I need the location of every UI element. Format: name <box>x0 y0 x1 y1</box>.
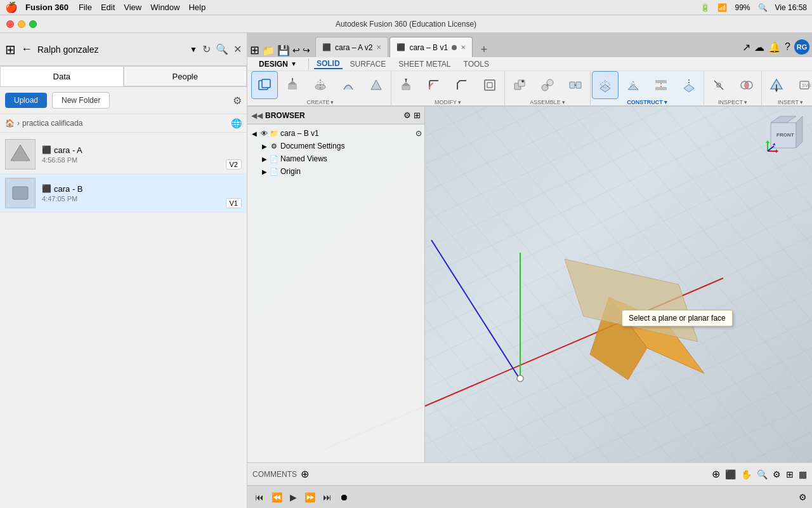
timeline-skip-start[interactable]: ⏮ <box>252 491 266 504</box>
chamfer-button[interactable] <box>449 71 475 99</box>
tab-surface[interactable]: SURFACE <box>345 60 391 69</box>
upload-button[interactable]: Upload <box>5 93 47 108</box>
redo-icon[interactable]: ↪ <box>303 45 310 55</box>
expand-doc-settings[interactable]: ▶ <box>260 143 269 150</box>
grid-toggle[interactable]: ⊞ <box>786 469 794 479</box>
tab-solid[interactable]: SOLID <box>314 59 343 69</box>
more-icon[interactable]: ⚙ <box>773 469 781 479</box>
zoom-icon[interactable]: 🔍 <box>757 469 768 479</box>
inspect-label[interactable]: INSPECT▾ <box>705 99 760 107</box>
user-avatar[interactable]: RG <box>794 39 809 55</box>
search-button[interactable]: 🔍 <box>216 43 228 55</box>
help-icon[interactable]: ? <box>785 41 790 53</box>
timeline-skip-end[interactable]: ⏭ <box>320 491 334 504</box>
tree-document-settings[interactable]: ▶ ⚙ Document Settings <box>247 140 424 152</box>
modify-label[interactable]: MODIFY▾ <box>393 99 503 107</box>
construct-label[interactable]: CONSTRUCT▾ <box>592 99 702 107</box>
tab-sheet-metal[interactable]: SHEET METAL <box>393 60 455 69</box>
tab-close-a[interactable]: ✕ <box>376 44 381 51</box>
insert-label[interactable]: INSERT▾ <box>763 99 812 107</box>
back-icon[interactable]: ← <box>21 43 32 56</box>
eye-icon[interactable]: 👁 <box>259 130 269 137</box>
file-version[interactable]: V2 <box>226 159 242 170</box>
tab-add-button[interactable]: + <box>476 42 492 57</box>
tab-tools[interactable]: TOOLS <box>459 60 494 69</box>
navigate-icon[interactable]: ⊕ <box>712 468 720 480</box>
tab-people[interactable]: People <box>124 66 247 86</box>
shell-button[interactable] <box>476 71 503 99</box>
minimize-button[interactable] <box>18 20 25 28</box>
save-icon[interactable]: 💾 <box>277 44 290 57</box>
interference-button[interactable] <box>733 71 760 99</box>
expand-named-views[interactable]: ▶ <box>260 156 269 163</box>
press-pull-button[interactable] <box>393 71 419 99</box>
menu-view[interactable]: View <box>124 3 141 12</box>
home-icon[interactable]: 🏠 <box>5 119 15 128</box>
folder-icon[interactable]: 📁 <box>262 44 275 57</box>
insert-mesh-button[interactable] <box>763 71 790 99</box>
browser-settings-icon[interactable]: ⚙ <box>403 110 411 120</box>
measure-button[interactable] <box>705 71 732 99</box>
undo-icon[interactable]: ↩ <box>292 45 300 55</box>
browser-expand-icon[interactable]: ⊞ <box>414 110 421 120</box>
file-version[interactable]: V1 <box>226 198 242 208</box>
search-icon[interactable]: 🔍 <box>758 3 768 12</box>
timeline-settings-icon[interactable]: ⚙ <box>799 492 807 502</box>
dropdown-icon[interactable]: ▼ <box>190 45 197 54</box>
menu-help[interactable]: Help <box>188 3 206 12</box>
tree-named-views[interactable]: ▶ 📄 Named Views <box>247 152 424 165</box>
loft-button[interactable] <box>363 71 390 99</box>
close-button[interactable] <box>6 20 14 28</box>
menu-edit[interactable]: Edit <box>101 3 115 12</box>
display-settings-icon[interactable]: ⬛ <box>725 469 736 479</box>
breadcrumb-label[interactable]: practica calificada <box>22 119 82 128</box>
offset-plane-button[interactable] <box>592 71 619 99</box>
timeline-filter-icon[interactable]: ⏺ <box>339 492 348 502</box>
add-comment-icon[interactable]: ⊕ <box>301 468 309 480</box>
plane-at-angle-button[interactable] <box>620 71 646 99</box>
menu-file[interactable]: File <box>79 3 92 12</box>
settings-button[interactable]: ⚙ <box>233 95 242 107</box>
tree-root-dot[interactable]: ⊙ <box>416 129 422 138</box>
axis-button[interactable] <box>676 71 702 99</box>
viewcube[interactable]: FRONT <box>761 113 806 157</box>
grid-icon[interactable]: ⊞ <box>5 42 16 57</box>
window-controls[interactable] <box>6 20 37 28</box>
viewport[interactable]: ◀◀ BROWSER ⚙ ⊞ ◀ 👁 📁 cara – <box>247 107 812 462</box>
assemble-label[interactable]: ASSEMBLE▾ <box>506 99 589 107</box>
browser-collapse-button[interactable]: ◀◀ <box>251 111 263 120</box>
create-label[interactable]: CREATE▾ <box>251 99 390 107</box>
notification-icon[interactable]: 🔔 <box>768 41 781 53</box>
tab-cara-a[interactable]: ⬛ cara – A v2 ✕ <box>315 37 388 57</box>
timeline-next[interactable]: ⏩ <box>302 491 318 504</box>
expand-origin[interactable]: ▶ <box>260 168 269 175</box>
pan-icon[interactable]: ✋ <box>741 469 752 479</box>
cloud-icon[interactable]: ☁ <box>754 41 764 53</box>
refresh-button[interactable]: ↻ <box>202 43 211 55</box>
tab-close-b[interactable]: ✕ <box>461 44 466 51</box>
maximize-button[interactable] <box>29 20 37 28</box>
revolve-button[interactable] <box>307 71 334 99</box>
close-panel-button[interactable]: ✕ <box>233 43 242 55</box>
insert-svg-button[interactable]: SVG <box>791 71 812 99</box>
apple-menu[interactable]: 🍎 <box>5 1 18 13</box>
menu-window[interactable]: Window <box>150 3 180 12</box>
create-solid-button[interactable] <box>251 71 278 99</box>
share-icon[interactable]: ↗ <box>742 41 750 53</box>
timeline-prev[interactable]: ⏪ <box>269 491 285 504</box>
new-folder-button[interactable]: New Folder <box>52 92 110 109</box>
file-item-cara-a[interactable]: ⬛ cara - A 4:56:58 PM V2 <box>0 135 247 174</box>
tree-collapse-root[interactable]: ◀ <box>250 130 259 137</box>
tree-root[interactable]: ◀ 👁 📁 cara – B v1 ⊙ <box>247 127 424 140</box>
sweep-button[interactable] <box>335 71 362 99</box>
tree-origin[interactable]: ▶ 📄 Origin <box>247 165 424 178</box>
design-dropdown[interactable]: DESIGN ▼ <box>252 55 303 73</box>
rigid-group-button[interactable] <box>562 71 589 99</box>
extrude-button[interactable] <box>279 71 306 99</box>
tab-cara-b[interactable]: ⬛ cara – B v1 ✕ <box>390 37 473 57</box>
midplane-button[interactable] <box>648 71 674 99</box>
joint-button[interactable] <box>534 71 561 99</box>
tab-data[interactable]: Data <box>0 66 124 86</box>
globe-icon[interactable]: 🌐 <box>231 118 242 128</box>
file-item-cara-b[interactable]: ⬛ cara - B 4:47:05 PM V1 <box>0 174 247 213</box>
